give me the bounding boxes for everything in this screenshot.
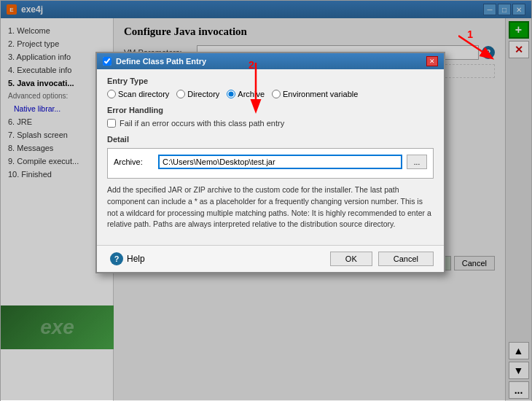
dialog-help-label: Help bbox=[127, 254, 145, 264]
dialog-help-icon[interactable]: ? bbox=[110, 252, 123, 265]
dialog-overlay: Define Class Path Entry ✕ Entry Type Sca… bbox=[1, 1, 531, 400]
radio-archive[interactable]: Archive bbox=[227, 90, 265, 98]
entry-type-radio-group: Scan directory Directory Archive Environ… bbox=[107, 90, 434, 98]
dialog-close-button[interactable]: ✕ bbox=[426, 56, 438, 66]
error-handling-row: Fail if an error occurs with this class … bbox=[107, 119, 434, 128]
dialog-title-text: Define Class Path Entry bbox=[103, 57, 206, 66]
dialog-ok-button[interactable]: OK bbox=[330, 252, 372, 266]
archive-label: Archive: bbox=[114, 157, 154, 166]
browse-button[interactable]: ... bbox=[407, 155, 427, 169]
entry-type-section-title: Entry Type bbox=[107, 77, 434, 85]
radio-directory[interactable]: Directory bbox=[176, 90, 219, 98]
radio-env-variable[interactable]: Environment variable bbox=[272, 90, 358, 98]
dialog-help-area: ? Help bbox=[107, 252, 145, 265]
detail-section: Archive: ... bbox=[107, 148, 434, 179]
define-classpath-dialog: Define Class Path Entry ✕ Entry Type Sca… bbox=[95, 52, 445, 273]
archive-input[interactable] bbox=[158, 155, 402, 169]
dialog-title-checkbox[interactable] bbox=[103, 57, 112, 66]
description-text: Add the specified JAR or ZIP archive to … bbox=[107, 184, 434, 230]
dialog-title-bar: Define Class Path Entry ✕ bbox=[97, 53, 444, 69]
dialog-footer: ? Help OK Cancel bbox=[97, 245, 444, 272]
dialog-body: Entry Type Scan directory Directory Arch… bbox=[97, 69, 444, 245]
archive-row: Archive: ... bbox=[114, 155, 427, 169]
dialog-footer-buttons: OK Cancel bbox=[330, 252, 434, 266]
radio-scan-directory[interactable]: Scan directory bbox=[107, 90, 169, 98]
error-handling-checkbox[interactable] bbox=[107, 119, 116, 128]
detail-section-title: Detail bbox=[107, 135, 434, 144]
error-handling-section-title: Error Handling bbox=[107, 106, 434, 114]
dialog-cancel-button[interactable]: Cancel bbox=[378, 252, 434, 266]
main-window: E exe4j ─ □ ✕ 1. Welcome 2. Project type… bbox=[0, 0, 532, 401]
error-handling-label: Fail if an error occurs with this class … bbox=[120, 119, 284, 128]
